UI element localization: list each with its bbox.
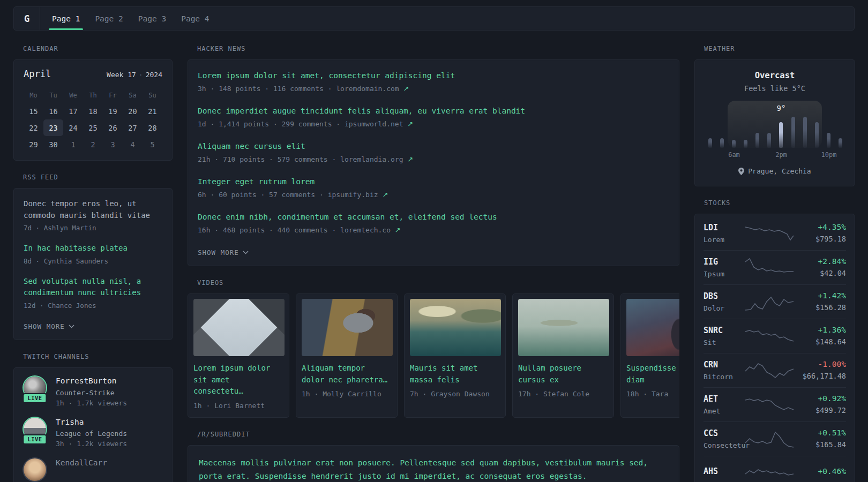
hackernews-widget: Lorem ipsum dolor sit amet, consectetur … bbox=[188, 59, 679, 266]
weather-hourly-chart: 9° bbox=[708, 101, 842, 148]
app-logo[interactable]: G bbox=[14, 7, 40, 30]
video-meta: 7h · Grayson Dawson bbox=[410, 390, 500, 398]
stock-row[interactable]: SNRCSit +1.36%$148.64 bbox=[704, 319, 846, 353]
page-tabs: Page 1 Page 2 Page 3 Page 4 bbox=[51, 7, 211, 30]
rss-item-title[interactable]: Sed volutpat nulla nisl, a condimentum n… bbox=[24, 276, 162, 299]
video-card[interactable]: Suspendisse diam 18h · Tara bbox=[620, 293, 679, 418]
twitch-widget-label: TWITCH CHANNELS bbox=[23, 353, 173, 360]
video-title[interactable]: Nullam posuere cursus ex bbox=[518, 363, 608, 386]
video-card[interactable]: Lorem ipsum dolor sit amet consectetu… 1… bbox=[188, 293, 289, 418]
calendar-day: 17 bbox=[63, 103, 83, 119]
stock-price: $499.72 bbox=[796, 406, 846, 415]
stock-row[interactable]: DBSDolor +1.42%$156.28 bbox=[704, 285, 846, 319]
twitch-channel[interactable]: LIVE Trisha League of Legends 3h · 1.2k … bbox=[23, 417, 163, 448]
calendar-day: 21 bbox=[143, 103, 162, 119]
tab-page-2[interactable]: Page 2 bbox=[94, 7, 124, 30]
video-meta: 1h · Molly Carrillo bbox=[302, 390, 392, 398]
hn-show-more-button[interactable]: SHOW MORE bbox=[198, 248, 249, 257]
hn-story-title[interactable]: Lorem ipsum dolor sit amet, consectetur … bbox=[198, 70, 669, 81]
stock-price: $795.18 bbox=[796, 235, 846, 243]
video-meta: 1h · Lori Barnett bbox=[193, 402, 283, 410]
video-thumbnail bbox=[410, 299, 501, 356]
subreddit-widget: Maecenas mollis pulvinar erat non posuer… bbox=[188, 445, 679, 482]
external-link-icon[interactable]: ↗ bbox=[407, 155, 413, 163]
hn-story-meta: 3h · 148 points · 116 comments · loremdo… bbox=[198, 84, 669, 94]
channel-viewers: 1h · 1.7k viewers bbox=[56, 399, 127, 407]
hour-label: 2pm bbox=[775, 151, 787, 159]
calendar-dayname: Mo bbox=[24, 88, 43, 103]
hour-label: 10pm bbox=[821, 151, 837, 159]
stock-symbol: SNRC bbox=[704, 326, 744, 335]
stock-sparkline bbox=[744, 394, 796, 415]
tab-page-3[interactable]: Page 3 bbox=[137, 7, 167, 30]
external-link-icon[interactable]: ↗ bbox=[407, 120, 413, 128]
hn-story-title[interactable]: Donec imperdiet augue tincidunt felis al… bbox=[198, 105, 669, 117]
show-more-label: SHOW MORE bbox=[24, 322, 65, 330]
rss-item-title[interactable]: In hac habitasse platea bbox=[24, 243, 162, 254]
hn-story-title[interactable]: Donec enim nibh, condimentum et accumsan… bbox=[198, 211, 669, 223]
stock-row[interactable]: AHS +0.46% bbox=[704, 456, 846, 482]
reddit-post-title[interactable]: Maecenas mollis pulvinar erat non posuer… bbox=[199, 456, 668, 482]
tab-page-1[interactable]: Page 1 bbox=[51, 7, 81, 30]
video-title[interactable]: Mauris sit amet massa felis bbox=[410, 363, 500, 386]
twitch-channel[interactable]: KendallCarr bbox=[23, 457, 163, 482]
temp-bar bbox=[732, 140, 736, 148]
temp-bar bbox=[815, 122, 819, 148]
twitch-widget: LIVE ForrestBurton Counter-Strike 1h · 1… bbox=[13, 367, 173, 482]
list-item: Donec tempor eros leo, ut commodo mauris… bbox=[24, 198, 162, 234]
video-title[interactable]: Aliquam tempor dolor nec pharetra… bbox=[302, 363, 392, 386]
stock-row[interactable]: CCSConsectetur +0.51%$165.84 bbox=[704, 422, 846, 456]
stock-name: Sit bbox=[704, 338, 744, 347]
rss-show-more-button[interactable]: SHOW MORE bbox=[24, 322, 74, 330]
left-column: CALENDAR April Week 17·2024 Mo Tu We Th … bbox=[13, 45, 173, 482]
right-column: WEATHER Overcast Feels like 5°C 9° bbox=[694, 45, 855, 482]
video-card[interactable]: Aliquam tempor dolor nec pharetra… 1h · … bbox=[296, 293, 398, 418]
location-text: Prague, Czechia bbox=[748, 167, 811, 175]
calendar-header: April Week 17·2024 bbox=[24, 69, 162, 79]
twitch-channel[interactable]: LIVE ForrestBurton Counter-Strike 1h · 1… bbox=[23, 375, 163, 407]
hn-story-title[interactable]: Aliquam nec cursus elit bbox=[198, 140, 669, 152]
list-item: Maecenas mollis pulvinar erat non posuer… bbox=[199, 456, 668, 482]
video-meta: 17h · Stefan Cole bbox=[518, 390, 608, 398]
center-column: HACKER NEWS Lorem ipsum dolor sit amet, … bbox=[188, 45, 679, 482]
temp-bar bbox=[720, 138, 724, 148]
show-more-label: SHOW MORE bbox=[198, 248, 239, 257]
stock-row[interactable]: CRNBitcorn -1.00%$66,171.48 bbox=[704, 353, 846, 388]
rss-item-meta: 7d · Ashlyn Martin bbox=[24, 223, 162, 234]
stock-change: +4.35% bbox=[796, 223, 846, 231]
stock-row[interactable]: LDILorem +4.35%$795.18 bbox=[704, 216, 846, 251]
calendar-day-next-month: 1 bbox=[63, 136, 83, 153]
live-badge: LIVE bbox=[23, 393, 47, 403]
calendar-day: 15 bbox=[24, 103, 43, 119]
calendar-grid: Mo Tu We Th Fr Sa Su 15 16 17 18 19 20 2… bbox=[24, 88, 162, 153]
map-pin-icon bbox=[738, 168, 744, 175]
external-link-icon[interactable]: ↗ bbox=[403, 85, 409, 93]
video-card[interactable]: Nullam posuere cursus ex 17h · Stefan Co… bbox=[512, 293, 614, 418]
external-link-icon[interactable]: ↗ bbox=[382, 191, 388, 199]
temp-bar bbox=[755, 133, 759, 148]
channel-name: ForrestBurton bbox=[56, 376, 127, 386]
weather-feels-like: Feels like 5°C bbox=[708, 84, 841, 93]
live-badge: LIVE bbox=[23, 434, 47, 445]
video-thumbnail bbox=[626, 299, 679, 356]
list-item: Donec enim nibh, condimentum et accumsan… bbox=[198, 211, 669, 236]
stock-row[interactable]: AETAmet +0.92%$499.72 bbox=[704, 388, 846, 422]
hackernews-widget-label: HACKER NEWS bbox=[197, 45, 679, 52]
rss-item-title[interactable]: Donec tempor eros leo, ut commodo mauris… bbox=[24, 198, 162, 221]
calendar-day-selected: 23 bbox=[43, 119, 63, 136]
hn-story-title[interactable]: Integer eget rutrum lorem bbox=[198, 176, 669, 187]
video-title[interactable]: Lorem ipsum dolor sit amet consectetu… bbox=[193, 363, 283, 397]
hn-story-meta: 1d · 1,414 points · 299 comments · ipsum… bbox=[198, 119, 669, 130]
calendar-dayname: Tu bbox=[43, 88, 63, 103]
rss-item-meta: 8d · Cynthia Saunders bbox=[24, 257, 162, 267]
video-title[interactable]: Suspendisse diam bbox=[626, 363, 679, 386]
calendar-week-year: Week 17·2024 bbox=[107, 71, 162, 79]
calendar-day: 30 bbox=[43, 136, 63, 153]
list-item: Sed volutpat nulla nisl, a condimentum n… bbox=[24, 276, 162, 311]
tab-page-4[interactable]: Page 4 bbox=[180, 7, 210, 30]
external-link-icon[interactable]: ↗ bbox=[395, 226, 401, 234]
stock-sparkline bbox=[744, 462, 796, 482]
stock-symbol: AET bbox=[704, 394, 744, 404]
video-card[interactable]: Mauris sit amet massa felis 7h · Grayson… bbox=[404, 293, 506, 418]
stock-row[interactable]: IIGIpsum +2.84%$42.04 bbox=[704, 251, 846, 285]
